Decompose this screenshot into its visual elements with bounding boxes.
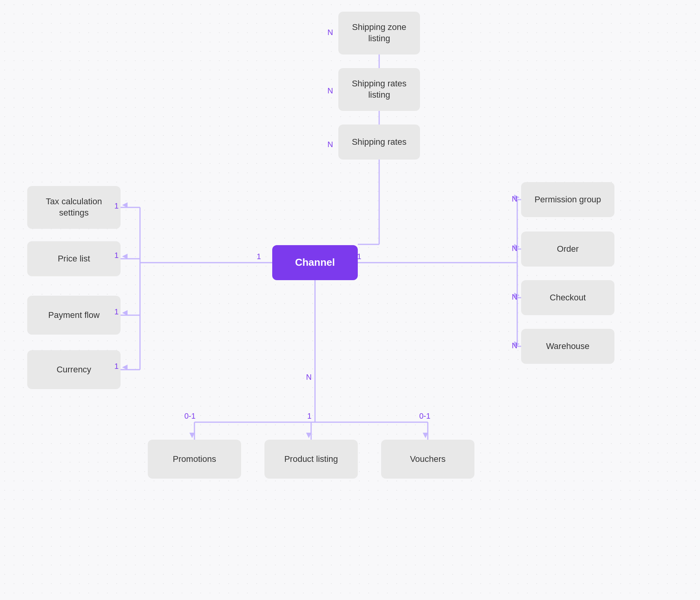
order-node[interactable]: Order [521,232,614,267]
svg-marker-5 [122,254,128,259]
payment-flow-node[interactable]: Payment flow [27,296,121,335]
label-product-listing: 1 [307,412,312,421]
shipping-rates-node[interactable]: Shipping rates [338,125,420,160]
label-shipping-rates: N [327,140,333,149]
label-currency: 1 [114,362,119,371]
diagram-container: Channel Shipping zone listing Shipping r… [0,0,700,600]
label-bottom-n: N [306,373,312,382]
label-vouchers: 0-1 [419,412,430,421]
tax-calculation-settings-node[interactable]: Tax calculationsettings [27,186,121,229]
svg-marker-4 [122,202,128,208]
promotions-node[interactable]: Promotions [148,440,241,479]
label-center-left: 1 [257,252,261,261]
label-tax: 1 [114,202,119,211]
label-payment: 1 [114,307,119,316]
label-promotions: 0-1 [184,412,196,421]
label-price-list: 1 [114,251,119,260]
svg-marker-13 [423,433,428,438]
label-shipping-rates-listing: N [327,86,333,95]
currency-node[interactable]: Currency [27,350,121,389]
price-list-node[interactable]: Price list [27,241,121,276]
shipping-zone-listing-node[interactable]: Shipping zone listing [338,12,420,54]
label-center-right: 1 [357,252,361,261]
vouchers-node[interactable]: Vouchers [381,440,474,479]
svg-marker-7 [122,365,128,370]
label-shipping-zone: N [327,28,333,37]
label-permission: N [512,195,517,204]
label-warehouse: N [512,341,517,350]
shipping-rates-listing-node[interactable]: Shipping rates listing [338,68,420,111]
svg-marker-6 [122,310,128,316]
label-checkout: N [512,293,517,302]
permission-group-node[interactable]: Permission group [521,182,614,217]
channel-node[interactable]: Channel [272,245,358,280]
label-order: N [512,244,517,253]
svg-marker-12 [306,433,312,438]
product-listing-node[interactable]: Product listing [264,440,358,479]
checkout-node[interactable]: Checkout [521,280,614,315]
svg-marker-11 [189,433,195,438]
warehouse-node[interactable]: Warehouse [521,329,614,364]
